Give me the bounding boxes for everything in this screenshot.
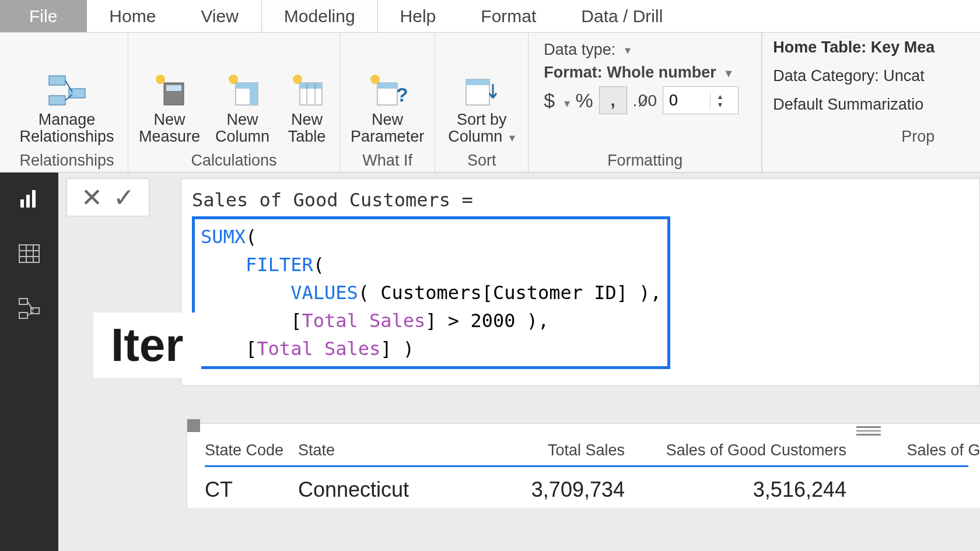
svg-rect-25 bbox=[32, 190, 36, 208]
chevron-down-icon: ▾ bbox=[506, 131, 515, 144]
manage-relationships-button[interactable]: Manage Relationships bbox=[16, 68, 117, 148]
new-table-button[interactable]: New Table bbox=[281, 68, 332, 148]
formula-tok: Total Sales bbox=[302, 310, 425, 332]
formula-bar[interactable]: Sales of Good Customers = SUMX( FILTER( … bbox=[181, 178, 980, 386]
cell-state: Connecticut bbox=[298, 478, 491, 502]
table-header-row: State Code State Total Sales Sales of Go… bbox=[205, 441, 968, 467]
data-view-button[interactable] bbox=[15, 239, 44, 268]
ribbon-group-formatting-label: Formatting bbox=[536, 152, 754, 170]
data-category-dropdown[interactable]: Data Category: Uncat bbox=[773, 67, 935, 85]
decimal-places-spinner[interactable]: ▴▾ bbox=[710, 92, 730, 108]
sort-by-column-button[interactable]: Sort by Column ▾ bbox=[444, 68, 519, 148]
col-state-code[interactable]: State Code bbox=[205, 441, 298, 459]
currency-button[interactable]: $ ▾ bbox=[544, 89, 569, 112]
table-row[interactable]: CT Connecticut 3,709,734 3,516,244 bbox=[205, 467, 968, 502]
ribbon-group-sort-label: Sort bbox=[442, 152, 521, 170]
formula-bar-buttons: ✕ ✓ bbox=[66, 178, 149, 216]
svg-rect-2 bbox=[49, 96, 65, 105]
ribbon: Manage Relationships Relationships New M… bbox=[0, 33, 980, 173]
tab-modeling[interactable]: Modeling bbox=[261, 0, 378, 32]
cell-good-customers: 3,516,244 bbox=[642, 478, 864, 502]
ribbon-group-formatting: Data type: ▾ Format: Whole number ▾ $ ▾ … bbox=[528, 33, 762, 172]
new-parameter-label: New Parameter bbox=[351, 111, 424, 146]
new-table-icon bbox=[285, 71, 329, 109]
relationships-icon bbox=[45, 71, 89, 109]
cell-total-sales: 3,709,734 bbox=[491, 478, 642, 502]
cell-state-code: CT bbox=[205, 478, 298, 502]
svg-rect-23 bbox=[20, 199, 24, 208]
col-good-p[interactable]: Sales of Good P bbox=[864, 441, 980, 459]
new-measure-label: New Measure bbox=[139, 111, 200, 146]
tab-file[interactable]: File bbox=[0, 0, 87, 32]
commit-formula-button[interactable]: ✓ bbox=[113, 183, 135, 212]
percent-button[interactable]: % bbox=[576, 89, 593, 112]
chevron-down-icon: ▾ bbox=[726, 66, 732, 80]
default-summarization-dropdown[interactable]: Default Summarizatio bbox=[773, 96, 935, 114]
tab-view[interactable]: View bbox=[178, 0, 261, 32]
visual-resize-handle[interactable] bbox=[187, 419, 200, 432]
tab-help[interactable]: Help bbox=[378, 0, 459, 32]
new-measure-button[interactable]: New Measure bbox=[135, 68, 204, 148]
svg-rect-11 bbox=[250, 83, 258, 105]
new-table-label: New Table bbox=[288, 111, 326, 146]
main-area: ✕ ✓ Sales of Good Customers = SUMX( FILT… bbox=[0, 173, 980, 551]
svg-rect-31 bbox=[19, 299, 27, 304]
formula-line-1: Sales of Good Customers = bbox=[192, 186, 969, 214]
decimal-places-field[interactable] bbox=[663, 92, 710, 110]
col-state[interactable]: State bbox=[298, 441, 491, 459]
svg-rect-33 bbox=[19, 313, 27, 318]
tab-format[interactable]: Format bbox=[459, 0, 559, 32]
new-measure-icon bbox=[148, 71, 192, 109]
svg-text:?: ? bbox=[396, 83, 408, 106]
report-canvas[interactable]: ✕ ✓ Sales of Good Customers = SUMX( FILT… bbox=[58, 173, 980, 551]
col-good-customers[interactable]: Sales of Good Customers bbox=[642, 441, 864, 459]
formula-tok: 2000 bbox=[470, 310, 515, 332]
ribbon-group-calculations-label: Calculations bbox=[135, 152, 332, 170]
thousands-separator-button[interactable]: , bbox=[599, 86, 627, 114]
sort-by-column-label: Sort by Column ▾ bbox=[448, 111, 515, 146]
formula-tok: Total Sales bbox=[257, 338, 380, 360]
format-dropdown[interactable]: Format: Whole number ▾ bbox=[544, 64, 746, 82]
cancel-formula-button[interactable]: ✕ bbox=[81, 183, 103, 212]
new-column-button[interactable]: New Column bbox=[212, 68, 273, 148]
formula-tok: Customers[Customer ID] bbox=[380, 282, 628, 304]
svg-rect-22 bbox=[466, 79, 489, 85]
ribbon-group-whatif: ? New Parameter What If bbox=[340, 33, 435, 172]
visual-drag-grip[interactable] bbox=[856, 426, 881, 436]
ribbon-group-properties: Home Table: Key Mea Data Category: Uncat… bbox=[762, 33, 945, 172]
tab-data-drill[interactable]: Data / Drill bbox=[559, 0, 685, 32]
sort-icon bbox=[460, 71, 504, 109]
new-column-icon bbox=[220, 71, 265, 109]
formula-highlight: SUMX( FILTER( VALUES( Customers[Customer… bbox=[192, 216, 670, 369]
svg-rect-0 bbox=[49, 76, 65, 85]
visual-title-fragment: Iter bbox=[93, 313, 201, 378]
new-parameter-button[interactable]: ? New Parameter bbox=[347, 68, 428, 148]
decimal-places-input[interactable]: ▴▾ bbox=[663, 86, 738, 114]
cell-good-p bbox=[864, 478, 980, 502]
svg-rect-26 bbox=[19, 245, 39, 262]
ribbon-group-relationships: Manage Relationships Relationships bbox=[6, 33, 128, 172]
tab-home[interactable]: Home bbox=[87, 0, 178, 32]
format-label: Format: Whole number bbox=[544, 64, 716, 82]
svg-rect-24 bbox=[26, 195, 30, 208]
formula-tok: VALUES bbox=[290, 282, 358, 304]
decimal-places-icon: .0̷0 bbox=[633, 91, 657, 110]
report-view-button[interactable] bbox=[15, 184, 44, 213]
svg-rect-19 bbox=[377, 83, 397, 89]
new-parameter-icon: ? bbox=[365, 71, 410, 109]
view-nav bbox=[0, 173, 58, 551]
model-view-button[interactable] bbox=[15, 294, 44, 323]
formula-tok: SUMX bbox=[201, 226, 246, 248]
data-type-label: Data type: bbox=[544, 41, 615, 59]
svg-rect-14 bbox=[300, 83, 322, 89]
data-type-dropdown[interactable]: Data type: ▾ bbox=[544, 41, 746, 59]
table-visual[interactable]: State Code State Total Sales Sales of Go… bbox=[187, 423, 980, 508]
ribbon-group-sort: Sort by Column ▾ Sort bbox=[435, 33, 528, 172]
formula-tok: FILTER bbox=[246, 254, 313, 276]
col-total-sales[interactable]: Total Sales bbox=[491, 441, 642, 459]
new-column-label: New Column bbox=[215, 111, 270, 146]
ribbon-group-whatif-label: What If bbox=[347, 152, 428, 170]
manage-relationships-label: Manage Relationships bbox=[19, 111, 114, 146]
home-table-dropdown[interactable]: Home Table: Key Mea bbox=[773, 38, 935, 57]
ribbon-group-calculations: New Measure New Column New Table Calcula… bbox=[128, 33, 340, 172]
